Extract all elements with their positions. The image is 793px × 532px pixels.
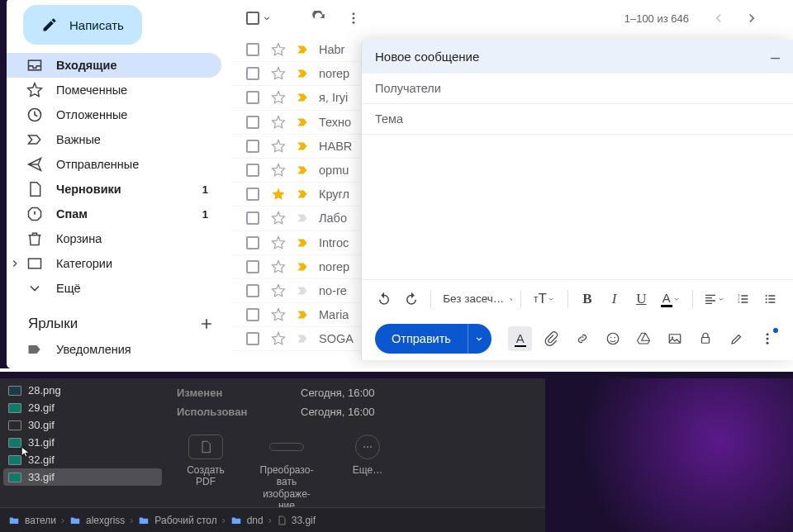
compose-button[interactable]: Написать [23, 5, 142, 45]
text-color-button[interactable]: A [658, 287, 684, 311]
star-button[interactable] [271, 235, 286, 250]
star-button[interactable] [271, 307, 286, 322]
sidebar-item-send[interactable]: Отправленные [7, 152, 221, 177]
compose-more-button[interactable] [756, 326, 780, 351]
sidebar-item-star[interactable]: Помеченные [7, 78, 221, 102]
row-checkbox[interactable] [246, 164, 259, 177]
star-button[interactable] [271, 187, 286, 202]
sidebar-item-important[interactable]: Важные [7, 127, 221, 152]
important-marker[interactable] [296, 115, 311, 130]
row-checkbox[interactable] [246, 260, 259, 273]
signature-button[interactable] [724, 326, 748, 351]
file-item[interactable]: 33.gif [3, 468, 162, 486]
breadcrumb-segment[interactable]: alexgriss [69, 515, 125, 526]
star-button[interactable] [271, 42, 286, 57]
redo-button[interactable] [401, 287, 423, 311]
transform-icon [269, 443, 304, 451]
transform-image-action[interactable]: Преобразо- вать изображе- ние [258, 435, 316, 512]
recipients-field[interactable]: Получатели [362, 74, 793, 104]
important-marker[interactable] [296, 211, 311, 226]
row-checkbox[interactable] [246, 284, 259, 297]
bold-button[interactable]: B [577, 287, 599, 311]
important-marker[interactable] [296, 307, 311, 322]
select-all-checkbox[interactable] [246, 12, 259, 25]
sidebar-item-draft[interactable]: Черновики1 [7, 177, 221, 202]
compose-header[interactable]: Новое сообщение – [362, 40, 793, 74]
file-item[interactable]: 28.png [0, 382, 165, 399]
italic-button[interactable]: I [603, 287, 625, 311]
row-checkbox[interactable] [246, 116, 259, 129]
star-button[interactable] [271, 211, 286, 226]
important-marker[interactable] [296, 90, 311, 105]
subject-field[interactable]: Тема [362, 104, 793, 135]
add-label-button[interactable] [198, 316, 215, 332]
prev-page-button[interactable] [705, 5, 732, 31]
star-button[interactable] [271, 259, 286, 274]
label-item[interactable]: Уведомления [7, 337, 221, 362]
row-checkbox[interactable] [246, 308, 259, 321]
undo-button[interactable] [373, 287, 396, 311]
more-actions[interactable]: Еще… [339, 435, 396, 512]
sidebar-item-inbox[interactable]: Входящие [7, 53, 221, 78]
sidebar-item-more[interactable]: Ещё [7, 276, 221, 301]
important-marker[interactable] [296, 235, 311, 250]
underline-button[interactable]: U [630, 287, 653, 311]
breadcrumb-segment[interactable]: 33.gif [277, 515, 316, 526]
confidential-button[interactable] [694, 326, 718, 351]
star-button[interactable] [271, 115, 286, 130]
formatting-toggle-button[interactable]: A [508, 326, 532, 351]
breadcrumb-segment[interactable]: ватели [8, 515, 56, 526]
row-checkbox[interactable] [246, 188, 259, 201]
star-button[interactable] [271, 139, 286, 154]
align-button[interactable] [701, 287, 728, 311]
numbered-list-button[interactable]: 123 [733, 287, 755, 311]
important-marker[interactable] [296, 163, 311, 178]
file-item[interactable]: 29.gif [0, 399, 165, 416]
important-marker[interactable] [296, 259, 311, 274]
important-marker[interactable] [296, 66, 311, 81]
send-options-button[interactable] [468, 324, 491, 354]
font-family-select[interactable]: Без засеч… [439, 292, 512, 305]
chevron-down-icon[interactable] [261, 12, 273, 24]
row-checkbox[interactable] [246, 236, 259, 249]
link-button[interactable] [570, 326, 594, 351]
file-item[interactable]: 30.gif [0, 416, 165, 434]
row-checkbox[interactable] [246, 332, 259, 345]
important-marker[interactable] [296, 331, 311, 346]
drive-button[interactable] [632, 326, 656, 351]
minimize-button[interactable]: – [771, 54, 780, 60]
image-button[interactable] [662, 326, 686, 351]
breadcrumb-segment[interactable]: Рабочий стол [138, 515, 216, 526]
row-checkbox[interactable] [246, 43, 259, 56]
sidebar-item-spam[interactable]: Спам1 [7, 202, 221, 226]
send-button[interactable]: Отправить [375, 324, 468, 354]
important-marker[interactable] [296, 42, 311, 57]
star-button[interactable] [271, 331, 286, 346]
emoji-button[interactable] [601, 326, 624, 351]
attach-button[interactable] [539, 326, 563, 351]
next-page-button[interactable] [738, 5, 765, 31]
create-pdf-action[interactable]: Создать PDF [177, 435, 235, 512]
label-item[interactable]: Ещё [7, 362, 221, 368]
important-marker[interactable] [296, 283, 311, 298]
sidebar-item-clock[interactable]: Отложенные [7, 102, 221, 127]
star-button[interactable] [271, 163, 286, 178]
more-button[interactable] [340, 5, 367, 31]
important-marker[interactable] [296, 187, 311, 202]
refresh-button[interactable] [306, 5, 332, 31]
sidebar-item-category[interactable]: Категории [7, 251, 221, 276]
important-marker[interactable] [296, 139, 311, 154]
breadcrumb-segment[interactable]: dnd [230, 515, 264, 526]
star-button[interactable] [271, 90, 286, 105]
select-all[interactable] [246, 12, 273, 25]
star-button[interactable] [271, 283, 286, 298]
bullet-list-button[interactable] [759, 287, 781, 311]
row-checkbox[interactable] [246, 211, 259, 225]
compose-body[interactable] [362, 135, 793, 279]
font-size-button[interactable]: тT [529, 287, 559, 311]
row-checkbox[interactable] [246, 91, 259, 104]
row-checkbox[interactable] [246, 140, 259, 153]
sidebar-item-trash[interactable]: Корзина [7, 226, 221, 251]
row-checkbox[interactable] [246, 67, 259, 80]
star-button[interactable] [271, 66, 286, 81]
